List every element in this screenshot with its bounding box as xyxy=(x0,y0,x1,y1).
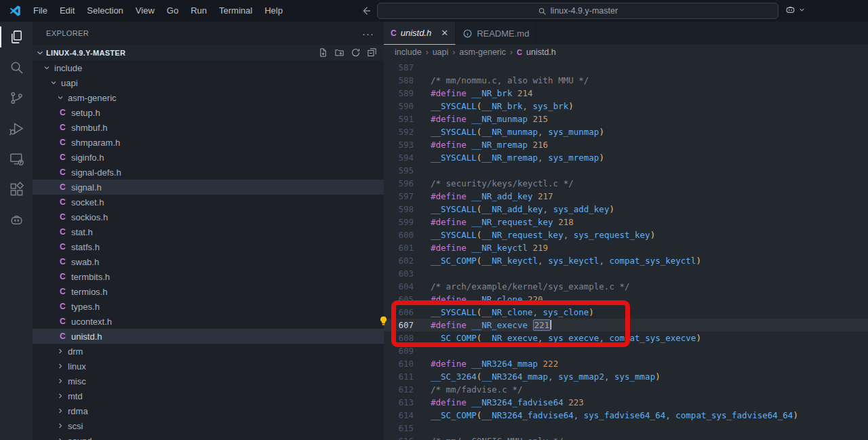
tree-folder-asm-generic[interactable]: asm-generic xyxy=(33,90,384,105)
back-arrow-icon[interactable] xyxy=(360,5,372,17)
code-line-614[interactable]: 614__SC_COMP(__NR3264_fadvise64, sys_fad… xyxy=(384,409,868,422)
code-line-587[interactable]: 587 xyxy=(384,61,868,74)
chevron-separator-icon: › xyxy=(510,47,513,57)
code-line-615[interactable]: 615 xyxy=(384,422,868,435)
code-line-596[interactable]: 596/* security/keys/keyctl.c */ xyxy=(384,177,868,190)
code-line-594[interactable]: 594__SYSCALL(__NR_mremap, sys_mremap) xyxy=(384,151,868,164)
tree-folder-drm[interactable]: drm xyxy=(33,344,384,359)
breadcrumb-item[interactable]: unistd.h xyxy=(526,47,556,57)
code-line-606[interactable]: 606__SYSCALL(__NR_clone, sys_clone) xyxy=(384,306,868,319)
source-control-icon[interactable] xyxy=(0,83,33,113)
tree-folder-misc[interactable]: misc xyxy=(33,374,384,388)
tree-item-label: ucontext.h xyxy=(71,317,112,327)
tree-file-stat-h[interactable]: Cstat.h xyxy=(33,224,384,239)
code-line-598[interactable]: 598__SYSCALL(__NR_add_key, sys_add_key) xyxy=(384,203,868,216)
tab-unistd-h[interactable]: Cunistd.h✕ xyxy=(384,22,456,45)
tree-file-ucontext-h[interactable]: Cucontext.h xyxy=(33,314,384,329)
code-line-604[interactable]: 604/* arch/example/kernel/sys_example.c … xyxy=(384,280,868,293)
code-line-592[interactable]: 592__SYSCALL(__NR_munmap, sys_munmap) xyxy=(384,125,868,138)
workspace-root-header[interactable]: LINUX-4.9.Y-MASTER xyxy=(33,45,384,60)
code-line-608[interactable]: 608__SC_COMP(__NR_execve, sys_execve, co… xyxy=(384,332,868,344)
breadcrumb-item[interactable]: uapi xyxy=(433,47,449,57)
tree-folder-sound[interactable]: sound xyxy=(33,433,384,440)
menu-edit[interactable]: Edit xyxy=(54,0,81,22)
code-text: /* mm/, CONFIG_MMU only */ xyxy=(431,435,564,440)
tree-file-setup-h[interactable]: Csetup.h xyxy=(33,105,384,120)
code-line-599[interactable]: 599#define __NR_request_key 218 xyxy=(384,216,868,228)
code-line-588[interactable]: 588/* mm/nommu.c, also with MMU */ xyxy=(384,74,868,87)
tree-file-statfs-h[interactable]: Cstatfs.h xyxy=(33,239,384,254)
menu-view[interactable]: View xyxy=(130,0,161,22)
code-line-589[interactable]: 589#define __NR_brk 214 xyxy=(384,87,868,100)
code-line-595[interactable]: 595 xyxy=(384,164,868,177)
code-line-601[interactable]: 601#define __NR_keyctl 219 xyxy=(384,241,868,254)
collapse-all-icon[interactable] xyxy=(367,47,377,58)
code-line-609[interactable]: 609 xyxy=(384,344,868,357)
lightbulb-icon[interactable] xyxy=(378,315,389,327)
tab-readme-md[interactable]: README.md xyxy=(456,22,536,45)
tree-file-shmparam-h[interactable]: Cshmparam.h xyxy=(33,135,384,150)
tree-file-sockios-h[interactable]: Csockios.h xyxy=(33,209,384,224)
line-number: 611 xyxy=(384,370,414,383)
remote-explorer-icon[interactable] xyxy=(0,144,33,174)
tree-file-termbits-h[interactable]: Ctermbits.h xyxy=(33,269,384,284)
breadcrumb-item[interactable]: asm-generic xyxy=(459,47,506,57)
tree-folder-scsi[interactable]: scsi xyxy=(33,418,384,433)
breadcrumb-item[interactable]: include xyxy=(395,47,422,57)
files-icon[interactable] xyxy=(0,22,33,52)
tree-file-unistd-h[interactable]: Cunistd.h xyxy=(33,329,384,344)
search-icon[interactable] xyxy=(0,52,33,83)
refresh-icon[interactable] xyxy=(351,47,361,58)
code-line-607[interactable]: 607#define __NR_execve 221 xyxy=(384,319,868,332)
tree-folder-uapi[interactable]: uapi xyxy=(33,75,384,90)
code-line-612[interactable]: 612/* mm/fadvise.c */ xyxy=(384,383,868,396)
tree-file-signal-defs-h[interactable]: Csignal-defs.h xyxy=(33,165,384,180)
code-line-616[interactable]: 616/* mm/, CONFIG_MMU only */ xyxy=(384,435,868,440)
tree-folder-include[interactable]: include xyxy=(33,60,384,75)
code-text: __SC_COMP(__NR_execve, sys_execve, compa… xyxy=(431,332,701,344)
code-line-611[interactable]: 611__SC_3264(__NR3264_mmap, sys_mmap2, s… xyxy=(384,370,868,383)
tree-file-siginfo-h[interactable]: Csiginfo.h xyxy=(33,150,384,165)
more-actions-icon[interactable]: ··· xyxy=(362,28,374,39)
code-text: #define __NR_add_key 217 xyxy=(431,190,553,203)
code-line-605[interactable]: 605#define __NR_clone 220 xyxy=(384,293,868,306)
code-line-591[interactable]: 591#define __NR_munmap 215 xyxy=(384,113,868,125)
menu-file[interactable]: File xyxy=(27,0,54,22)
code-text: __SYSCALL(__NR_mremap, sys_mremap) xyxy=(431,151,604,164)
search-input[interactable]: linux-4.9.y-master xyxy=(377,3,778,19)
code-line-600[interactable]: 600__SYSCALL(__NR_request_key, sys_reque… xyxy=(384,228,868,241)
code-area[interactable]: 587588/* mm/nommu.c, also with MMU */589… xyxy=(384,60,868,440)
code-line-593[interactable]: 593#define __NR_mremap 216 xyxy=(384,138,868,151)
close-icon[interactable]: ✕ xyxy=(441,28,448,38)
tree-folder-rdma[interactable]: rdma xyxy=(33,403,384,418)
menu-go[interactable]: Go xyxy=(161,0,184,22)
code-line-590[interactable]: 590__SYSCALL(__NR_brk, sys_brk) xyxy=(384,100,868,113)
tree-file-swab-h[interactable]: Cswab.h xyxy=(33,254,384,269)
line-number: 605 xyxy=(384,293,414,306)
tree-item-label: signal.h xyxy=(71,182,102,193)
breadcrumb[interactable]: include›uapi›asm-generic›Cunistd.h xyxy=(384,45,868,60)
code-line-613[interactable]: 613#define __NR3264_fadvise64 223 xyxy=(384,396,868,409)
tree-file-signal-h[interactable]: Csignal.h xyxy=(33,180,384,195)
tree-folder-linux[interactable]: linux xyxy=(33,359,384,374)
menu-terminal[interactable]: Terminal xyxy=(213,0,258,22)
activity-bar xyxy=(0,22,33,440)
code-line-602[interactable]: 602__SC_COMP(__NR_keyctl, sys_keyctl, co… xyxy=(384,254,868,267)
code-line-610[interactable]: 610#define __NR3264_mmap 222 xyxy=(384,357,868,370)
tree-file-termios-h[interactable]: Ctermios.h xyxy=(33,284,384,299)
copilot-menu[interactable] xyxy=(785,4,806,16)
menu-run[interactable]: Run xyxy=(184,0,213,22)
run-debug-icon[interactable] xyxy=(0,113,33,144)
new-file-icon[interactable] xyxy=(318,47,328,58)
tree-file-socket-h[interactable]: Csocket.h xyxy=(33,195,384,209)
code-line-597[interactable]: 597#define __NR_add_key 217 xyxy=(384,190,868,203)
tree-file-shmbuf-h[interactable]: Cshmbuf.h xyxy=(33,120,384,135)
tree-file-types-h[interactable]: Ctypes.h xyxy=(33,299,384,314)
extensions-icon[interactable] xyxy=(0,174,33,205)
new-folder-icon[interactable] xyxy=(334,47,344,58)
chat-icon[interactable] xyxy=(0,205,33,235)
tree-folder-mtd[interactable]: mtd xyxy=(33,388,384,403)
code-line-603[interactable]: 603 xyxy=(384,267,868,280)
menu-selection[interactable]: Selection xyxy=(81,0,129,22)
menu-help[interactable]: Help xyxy=(258,0,289,22)
